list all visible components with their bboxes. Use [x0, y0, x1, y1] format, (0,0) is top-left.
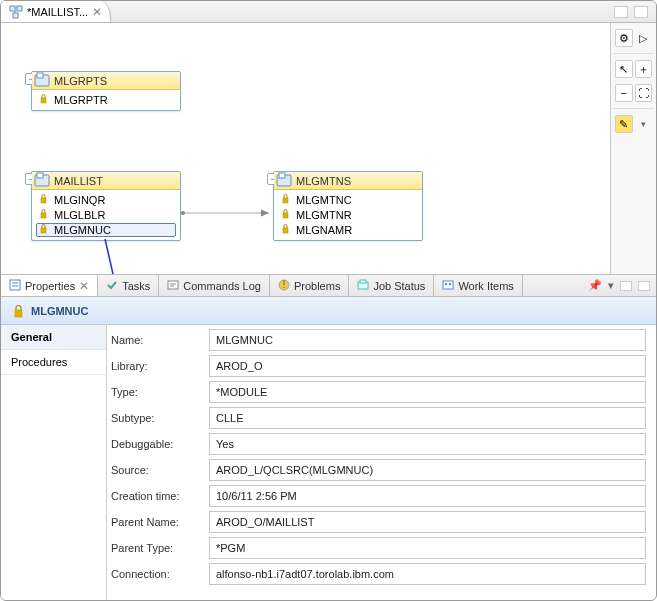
node-header[interactable]: MLGRPTS: [32, 72, 180, 90]
member-mlgmtnc[interactable]: MLGMTNC: [278, 193, 418, 207]
svg-rect-31: [443, 281, 453, 289]
node-mlgrpts[interactable]: − MLGRPTS MLGRPTR: [31, 71, 181, 111]
note-dropdown-icon[interactable]: ▾: [635, 115, 652, 133]
editor-tab-maillist[interactable]: *MAILLIST... ✕: [1, 1, 111, 22]
member-mlgrptr[interactable]: MLGRPTR: [36, 93, 176, 107]
new-note-icon[interactable]: ✎: [615, 115, 633, 133]
properties-body: General Procedures Name: MLGMNUC Library…: [1, 325, 656, 600]
palette-expand-icon[interactable]: ▷: [635, 29, 652, 47]
svg-rect-33: [449, 283, 451, 285]
minimize-icon[interactable]: [614, 6, 628, 18]
svg-rect-11: [41, 213, 46, 218]
tab-label: Work Items: [458, 280, 513, 292]
tab-job-status[interactable]: Job Status: [349, 275, 434, 296]
member-mlglblr[interactable]: MLGLBLR: [36, 208, 176, 222]
property-label: Name:: [111, 334, 201, 346]
svg-rect-7: [41, 98, 46, 103]
properties-title: MLGMNUC: [31, 305, 88, 317]
commands-log-icon: [167, 279, 179, 293]
module-icon: [38, 194, 50, 206]
svg-rect-2: [13, 13, 18, 18]
svg-rect-10: [41, 198, 46, 203]
svg-rect-0: [10, 6, 15, 11]
minimize-view-icon[interactable]: [620, 281, 632, 291]
property-label: Library:: [111, 360, 201, 372]
program-icon: [34, 172, 52, 188]
property-row-library: Library: AROD_O: [111, 355, 646, 377]
member-mlgmtnr[interactable]: MLGMTNR: [278, 208, 418, 222]
svg-rect-15: [283, 198, 288, 203]
property-row-type: Type: *MODULE: [111, 381, 646, 403]
property-value[interactable]: AROD_O: [209, 355, 646, 377]
property-value[interactable]: Yes: [209, 433, 646, 455]
pin-icon[interactable]: 📌: [588, 279, 602, 292]
maximize-view-icon[interactable]: [638, 281, 650, 291]
svg-rect-17: [283, 228, 288, 233]
diagram-canvas[interactable]: − MLGRPTS MLGRPTR − MAILLIST: [1, 23, 636, 274]
property-value[interactable]: *MODULE: [209, 381, 646, 403]
view-menu-icon[interactable]: ▾: [608, 279, 614, 292]
zoom-fit-icon[interactable]: ⛶: [635, 84, 653, 102]
property-value[interactable]: alfonso-nb1.i7adt07.torolab.ibm.com: [209, 563, 646, 585]
svg-rect-24: [168, 281, 178, 289]
tab-label: Problems: [294, 280, 340, 292]
edge-maillist-mlgmtns[interactable]: [181, 207, 273, 219]
node-mlgmtns[interactable]: − MLGMTNS MLGMTNC MLGMTNR MLGNAMR: [273, 171, 423, 241]
property-label: Parent Name:: [111, 516, 201, 528]
member-mlgmnuc[interactable]: MLGMNUC: [36, 223, 176, 237]
node-title: MLGRPTS: [54, 75, 107, 87]
node-header[interactable]: MAILLIST: [32, 172, 180, 190]
property-value[interactable]: MLGMNUC: [209, 329, 646, 351]
property-label: Debuggable:: [111, 438, 201, 450]
module-icon: [11, 304, 25, 318]
node-maillist[interactable]: − MAILLIST MLGINQR MLGLBLR MLGMNUC: [31, 171, 181, 241]
close-icon[interactable]: ✕: [92, 5, 102, 19]
arrow-cursor-icon[interactable]: ↖: [615, 60, 633, 78]
property-value[interactable]: AROD_L/QCLSRC(MLGMNUC): [209, 459, 646, 481]
property-label: Subtype:: [111, 412, 201, 424]
property-value[interactable]: 10/6/11 2:56 PM: [209, 485, 646, 507]
svg-line-20: [105, 239, 127, 274]
property-row-subtype: Subtype: CLLE: [111, 407, 646, 429]
property-value[interactable]: AROD_O/MAILLIST: [209, 511, 646, 533]
property-row-parent-type: Parent Type: *PGM: [111, 537, 646, 559]
node-header[interactable]: MLGMTNS: [274, 172, 422, 190]
palette-settings-icon[interactable]: ⚙: [615, 29, 633, 47]
zoom-out-icon[interactable]: −: [615, 84, 633, 102]
tab-commands-log[interactable]: Commands Log: [159, 275, 270, 296]
bottom-tabbar: Properties ✕ Tasks Commands Log ! Proble…: [1, 275, 656, 297]
editor-tabbar: *MAILLIST... ✕: [1, 1, 656, 23]
properties-nav-procedures[interactable]: Procedures: [1, 350, 106, 375]
leader-arrow: [101, 239, 161, 274]
property-label: Connection:: [111, 568, 201, 580]
member-mlginqr[interactable]: MLGINQR: [36, 193, 176, 207]
view-toolbar: 📌 ▾: [588, 275, 656, 296]
close-icon[interactable]: ✕: [79, 279, 89, 293]
member-label: MLGLBLR: [54, 209, 105, 221]
module-icon: [38, 209, 50, 221]
member-label: MLGRPTR: [54, 94, 108, 106]
property-label: Type:: [111, 386, 201, 398]
tab-work-items[interactable]: Work Items: [434, 275, 522, 296]
property-row-parent-name: Parent Name: AROD_O/MAILLIST: [111, 511, 646, 533]
svg-rect-32: [445, 283, 447, 285]
property-value[interactable]: *PGM: [209, 537, 646, 559]
tasks-icon: [106, 279, 118, 293]
properties-nav-general[interactable]: General: [1, 325, 106, 350]
svg-rect-30: [360, 280, 366, 283]
node-title: MAILLIST: [54, 175, 103, 187]
property-value[interactable]: CLLE: [209, 407, 646, 429]
zoom-in-icon[interactable]: ＋: [635, 60, 653, 78]
tab-properties[interactable]: Properties ✕: [1, 275, 98, 296]
svg-rect-6: [37, 73, 43, 78]
tab-tasks[interactable]: Tasks: [98, 275, 159, 296]
module-icon: [38, 94, 50, 106]
properties-icon: [9, 279, 21, 293]
maximize-icon[interactable]: [634, 6, 648, 18]
property-label: Creation time:: [111, 490, 201, 502]
node-body: MLGINQR MLGLBLR MLGMNUC: [32, 190, 180, 240]
palette: ⚙ ▷ ↖ ＋ − ⛶ ✎ ▾: [610, 23, 656, 274]
property-label: Parent Type:: [111, 542, 201, 554]
tab-problems[interactable]: ! Problems: [270, 275, 349, 296]
member-mlgnamr[interactable]: MLGNAMR: [278, 223, 418, 237]
